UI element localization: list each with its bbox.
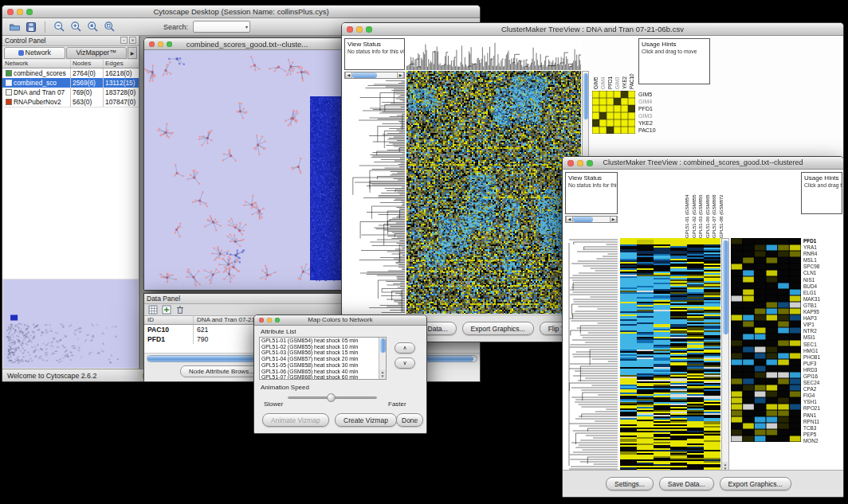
zoom-fit-button[interactable] xyxy=(102,20,116,34)
array-dendrogram[interactable] xyxy=(406,38,581,70)
treeview-combined-titlebar[interactable]: ClusterMaker TreeView : combined_scores_… xyxy=(563,157,843,170)
treeview-action-button[interactable]: Save Data... xyxy=(659,477,714,490)
node-attribute-browser-tab[interactable]: Node Attribute Brows... xyxy=(180,365,263,377)
minimize-window-button[interactable] xyxy=(356,26,363,33)
maximize-window-button[interactable] xyxy=(366,26,372,33)
slider-thumb[interactable] xyxy=(327,393,336,402)
gene-dendrogram[interactable] xyxy=(344,80,405,314)
network-table-row[interactable]: combined_scores 2764(0) 16218(0) xyxy=(2,68,139,78)
search-input[interactable] xyxy=(194,22,240,32)
column-nodes[interactable]: Nodes xyxy=(71,60,104,68)
scroll-right-icon[interactable]: ▶ xyxy=(610,217,617,222)
treeview-action-button[interactable]: Settings... xyxy=(606,477,654,490)
folder-open-icon xyxy=(9,21,21,33)
create-vizmap-button[interactable]: Create Vizmap xyxy=(335,413,397,427)
column-network[interactable]: Network xyxy=(2,60,71,68)
float-panel-button[interactable]: ▫ xyxy=(120,37,128,44)
attribute-list-item[interactable]: GPL51-04 (GSM857) heat shock 20 min xyxy=(260,356,379,362)
network-graph-canvas[interactable] xyxy=(144,50,350,290)
move-attribute-up-button[interactable]: ∧ xyxy=(395,342,415,354)
attribute-items: GPL51-01 (GSM854) heat shock 05 minGPL51… xyxy=(260,338,379,379)
attribute-list-item[interactable]: GPL51-03 (GSM856) heat shock 15 min xyxy=(260,350,379,356)
scrollbar-thumb[interactable] xyxy=(723,240,728,334)
scrollbar-thumb[interactable] xyxy=(583,73,588,119)
column-edges[interactable]: Edges xyxy=(104,60,139,68)
attribute-list-item[interactable]: GPL51-06 (GSM865) heat shock 40 min xyxy=(260,369,379,375)
maximize-window-button[interactable] xyxy=(167,41,172,47)
network-table-row[interactable]: combined_sco 2569(6) 13112(15) xyxy=(2,78,139,88)
maximize-window-button[interactable] xyxy=(26,9,33,15)
close-window-button[interactable] xyxy=(567,160,574,166)
network-table-row[interactable]: RNAPuberNov2 563(0) 107847(0) xyxy=(2,97,139,107)
gene-label: YSH1 xyxy=(803,399,843,405)
network-overview-thumbnail[interactable] xyxy=(3,279,138,368)
minimize-window-button[interactable] xyxy=(158,41,163,47)
usage-hints-panel: Usage Hints Click and drag to move xyxy=(801,172,842,214)
scrollbar-thumb[interactable] xyxy=(352,72,377,78)
attribute-list-item[interactable]: GPL51-07 (GSM868) heat shock 60 min xyxy=(260,374,379,379)
window-controls xyxy=(567,160,593,166)
main-window-titlebar[interactable]: Cytoscape Desktop (Session Name: collins… xyxy=(2,6,480,18)
done-button[interactable]: Done xyxy=(396,413,423,427)
scroll-left-icon[interactable]: ◀ xyxy=(566,217,573,222)
animation-speed-slider[interactable] xyxy=(288,397,377,399)
close-window-button[interactable] xyxy=(259,318,264,322)
global-heatmap[interactable] xyxy=(620,238,720,472)
network-table-row[interactable]: DNA and Tran 07 769(0) 183728(0) xyxy=(2,88,139,97)
dialog-titlebar[interactable]: Map Colors to Network xyxy=(254,315,426,326)
tab-vizmapper[interactable]: VizMapper™ xyxy=(66,47,128,59)
network-view-titlebar[interactable]: combined_scores_good.txt--cluste... xyxy=(144,38,350,50)
save-session-button[interactable] xyxy=(24,20,38,34)
zoom-out-button[interactable] xyxy=(52,20,66,34)
minimize-window-button[interactable] xyxy=(267,318,272,322)
treeview-dna-titlebar[interactable]: ClusterMaker TreeView : DNA and Tran 07-… xyxy=(342,23,843,36)
view-status-text: No status info for this view xyxy=(566,182,617,188)
maximize-window-button[interactable] xyxy=(587,160,593,166)
scroll-down-icon[interactable]: ▼ xyxy=(379,374,386,378)
close-window-button[interactable] xyxy=(149,41,155,47)
minimize-window-button[interactable] xyxy=(17,9,23,15)
move-attribute-down-button[interactable]: ∨ xyxy=(395,357,415,369)
window-controls xyxy=(259,318,280,322)
attribute-list-item[interactable]: GPL51-05 (GSM858) heat shock 30 min xyxy=(260,362,379,369)
search-combobox[interactable]: ▾ xyxy=(193,21,250,33)
attribute-list[interactable]: GPL51-01 (GSM854) heat shock 05 minGPL51… xyxy=(259,337,387,380)
network-type-icon xyxy=(6,99,12,105)
zoom-heatmap[interactable] xyxy=(731,238,801,442)
scrollbar-thumb[interactable] xyxy=(573,217,593,222)
close-panel-button[interactable]: × xyxy=(129,37,136,44)
tab-network[interactable]: Network xyxy=(4,47,65,59)
zoom-in-button[interactable] xyxy=(69,20,83,34)
scroll-right-icon[interactable]: ▶ xyxy=(397,72,404,78)
close-window-button[interactable] xyxy=(7,9,14,15)
row-label: PFD1 xyxy=(638,105,673,112)
list-vscrollbar[interactable]: ▲▼ xyxy=(379,338,386,379)
open-session-button[interactable] xyxy=(7,20,22,34)
animate-vizmap-button[interactable]: Animate Vizmap xyxy=(262,413,329,427)
chevron-down-icon[interactable]: ▾ xyxy=(245,24,249,29)
attribute-list-item[interactable]: GPL51-02 (GSM855) heat shock 10 min xyxy=(260,344,379,350)
global-x-scrollbar[interactable]: ◀ ▶ xyxy=(565,216,618,223)
network-name: RNAPuberNov2 xyxy=(14,97,61,107)
zoom-selected-button[interactable] xyxy=(85,20,100,34)
minimize-window-button[interactable] xyxy=(577,160,583,166)
close-window-button[interactable] xyxy=(347,26,353,33)
treeview-action-button[interactable]: Export Graphics... xyxy=(462,322,534,335)
scrollbar-thumb[interactable] xyxy=(380,338,386,353)
zoom-column-labels: GIM5GIM4PFD1GIM3YKE2PAC10 xyxy=(592,38,637,89)
more-tabs-button[interactable]: ▶ xyxy=(128,47,137,59)
select-attributes-button[interactable] xyxy=(147,304,159,315)
dialog-title: Map Colors to Network xyxy=(277,315,404,325)
global-heatmap[interactable] xyxy=(406,71,581,314)
global-x-scrollbar[interactable]: ◀ ▶ xyxy=(344,72,405,79)
attribute-list-item[interactable]: GPL51-01 (GSM854) heat shock 05 min xyxy=(260,338,379,344)
maximize-window-button[interactable] xyxy=(275,318,280,322)
create-attribute-button[interactable] xyxy=(161,304,172,315)
delete-attribute-button[interactable] xyxy=(175,304,186,315)
heatmap-vscrollbar[interactable]: ▲▼ xyxy=(721,238,729,472)
zoom-heatmap[interactable] xyxy=(592,91,635,134)
column-id[interactable]: ID xyxy=(144,316,194,324)
scroll-left-icon[interactable]: ◀ xyxy=(345,72,352,78)
gene-dendrogram[interactable] xyxy=(565,238,619,472)
treeview-action-button[interactable]: Export Graphics... xyxy=(720,477,791,490)
